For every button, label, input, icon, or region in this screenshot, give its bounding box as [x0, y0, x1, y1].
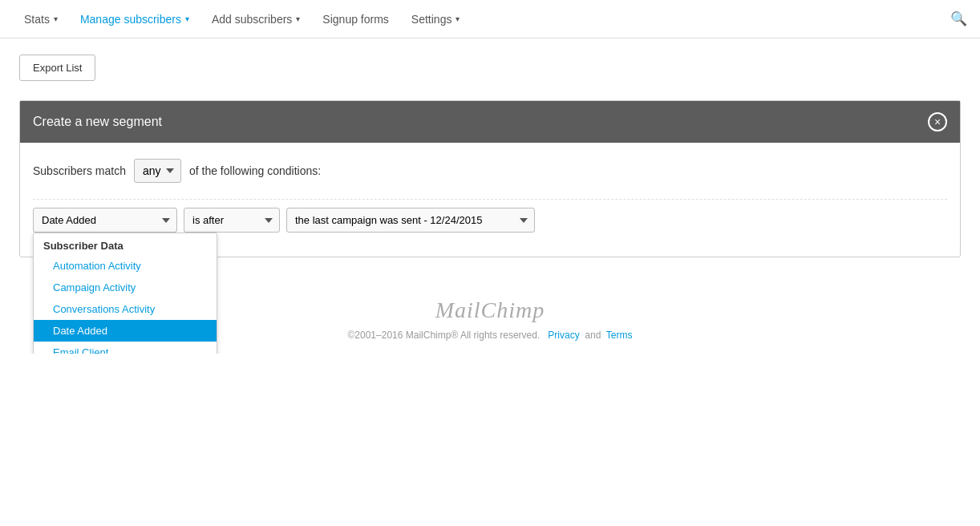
group-label-subscriber-data: Subscriber Data: [34, 233, 217, 255]
match-suffix-label: of the following conditions:: [189, 164, 321, 177]
search-icon: 🔍: [950, 11, 967, 26]
field-dropdown-container: Date Added Subscriber Data Automation Ac…: [33, 208, 177, 233]
main-content: Export List Create a new segment × Subsc…: [0, 38, 980, 273]
stats-caret-icon: ▾: [54, 14, 58, 23]
add-caret-icon: ▾: [296, 14, 300, 23]
segment-body: Subscribers match any all of the followi…: [20, 143, 960, 257]
nav-item-add-subscribers[interactable]: Add subscribers ▾: [200, 0, 311, 38]
nav-add-label: Add subscribers: [212, 13, 292, 26]
footer-copyright: ©2001–2016 MailChimp® All rights reserve…: [348, 330, 541, 341]
footer-terms-link[interactable]: Terms: [606, 330, 633, 341]
segment-header: Create a new segment ×: [20, 101, 960, 143]
dropdown-item-automation-activity[interactable]: Automation Activity: [34, 255, 217, 277]
segment-panel: Create a new segment × Subscribers match…: [19, 100, 961, 257]
top-navigation: Stats ▾ Manage subscribers ▾ Add subscri…: [0, 0, 980, 38]
nav-item-manage-subscribers[interactable]: Manage subscribers ▾: [69, 0, 200, 38]
dropdown-item-conversations-activity[interactable]: Conversations Activity: [34, 298, 217, 320]
dropdown-item-email-client[interactable]: Email Client: [34, 342, 217, 354]
field-dropdown-menu: Subscriber Data Automation Activity Camp…: [33, 233, 217, 354]
match-prefix-label: Subscribers match: [33, 164, 126, 177]
nav-item-settings[interactable]: Settings ▾: [400, 0, 472, 38]
segment-header-title: Create a new segment: [33, 115, 162, 129]
match-select-wrapper: any all: [134, 159, 181, 183]
match-select[interactable]: any all: [134, 159, 181, 183]
condition-row: Date Added Subscriber Data Automation Ac…: [33, 199, 947, 241]
export-list-button[interactable]: Export List: [19, 55, 95, 81]
search-button[interactable]: 🔍: [950, 10, 967, 27]
settings-caret-icon: ▾: [456, 14, 460, 23]
field-select[interactable]: Date Added: [33, 208, 177, 233]
manage-caret-icon: ▾: [185, 14, 189, 23]
nav-settings-label: Settings: [411, 13, 452, 26]
nav-manage-label: Manage subscribers: [80, 13, 181, 26]
operator-select[interactable]: is after is before is within: [184, 208, 280, 233]
dropdown-item-date-added[interactable]: Date Added: [34, 320, 217, 342]
nav-signup-label: Signup forms: [322, 13, 388, 26]
close-segment-button[interactable]: ×: [928, 112, 947, 132]
nav-item-stats[interactable]: Stats ▾: [13, 0, 69, 38]
footer-privacy-link[interactable]: Privacy: [548, 330, 579, 341]
nav-item-signup-forms[interactable]: Signup forms: [311, 0, 399, 38]
value-select[interactable]: the last campaign was sent - 12/24/2015 …: [286, 208, 535, 233]
nav-stats-label: Stats: [24, 13, 50, 26]
match-row: Subscribers match any all of the followi…: [33, 159, 947, 183]
dropdown-item-campaign-activity[interactable]: Campaign Activity: [34, 277, 217, 298]
